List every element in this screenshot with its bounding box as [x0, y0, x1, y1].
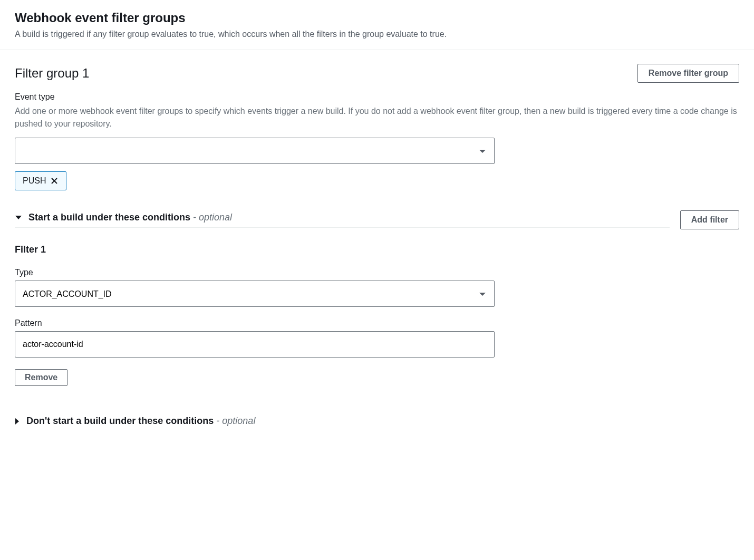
filter-type-select[interactable]: ACTOR_ACCOUNT_ID	[15, 281, 495, 307]
add-filter-button[interactable]: Add filter	[680, 210, 739, 229]
section-divider	[0, 50, 754, 50]
remove-filter-group-button[interactable]: Remove filter group	[637, 64, 739, 83]
start-conditions-label: Start a build under these conditions - o…	[28, 212, 232, 223]
remove-filter-button[interactable]: Remove	[15, 369, 67, 386]
filter-type-label: Type	[15, 268, 739, 277]
event-type-select[interactable]	[15, 138, 495, 164]
event-type-token[interactable]: PUSH	[15, 171, 66, 190]
event-type-label: Event type	[15, 92, 739, 102]
expand-dont-start-conditions-toggle[interactable]	[15, 418, 20, 425]
optional-suffix: - optional	[193, 212, 232, 223]
event-type-token-label: PUSH	[23, 176, 46, 186]
filter-group-title: Filter group 1	[15, 66, 89, 81]
filter-heading: Filter 1	[15, 244, 739, 255]
caret-right-icon	[15, 418, 20, 425]
page-title: Webhook event filter groups	[15, 11, 739, 25]
pattern-label: Pattern	[15, 318, 739, 328]
page-description: A build is triggered if any filter group…	[15, 30, 739, 39]
event-type-description: Add one or more webhook event filter gro…	[15, 105, 739, 130]
optional-suffix: - optional	[216, 416, 255, 426]
caret-down-icon	[15, 215, 22, 220]
expand-start-conditions-toggle[interactable]	[15, 215, 22, 220]
dont-start-conditions-label: Don't start a build under these conditio…	[26, 416, 255, 427]
pattern-input[interactable]	[15, 331, 495, 358]
close-icon[interactable]	[50, 177, 59, 185]
